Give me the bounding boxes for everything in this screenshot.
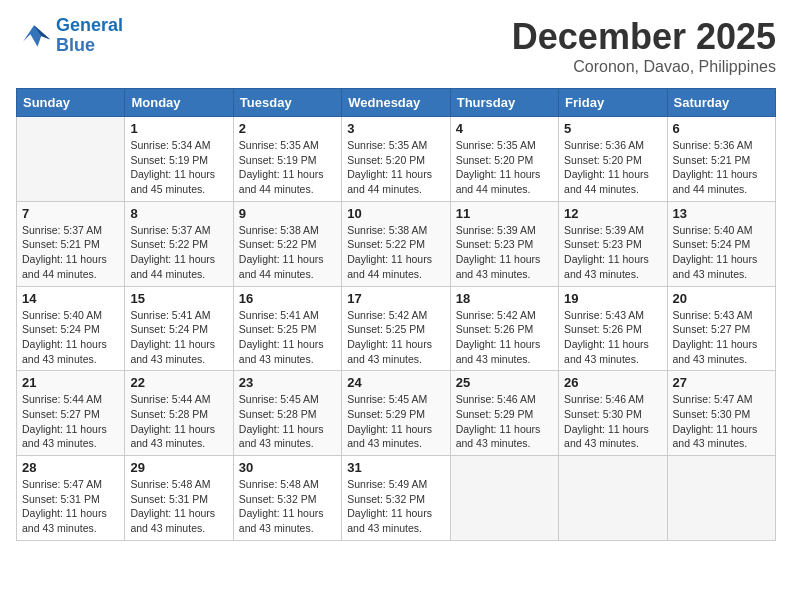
day-number: 21 bbox=[22, 375, 119, 390]
calendar-cell: 21Sunrise: 5:44 AM Sunset: 5:27 PM Dayli… bbox=[17, 371, 125, 456]
header: General Blue December 2025 Coronon, Dava… bbox=[16, 16, 776, 76]
calendar-cell: 29Sunrise: 5:48 AM Sunset: 5:31 PM Dayli… bbox=[125, 456, 233, 541]
day-info: Sunrise: 5:43 AM Sunset: 5:27 PM Dayligh… bbox=[673, 308, 770, 367]
calendar-cell: 11Sunrise: 5:39 AM Sunset: 5:23 PM Dayli… bbox=[450, 201, 558, 286]
location-subtitle: Coronon, Davao, Philippines bbox=[512, 58, 776, 76]
header-thursday: Thursday bbox=[450, 89, 558, 117]
day-info: Sunrise: 5:48 AM Sunset: 5:31 PM Dayligh… bbox=[130, 477, 227, 536]
day-info: Sunrise: 5:37 AM Sunset: 5:21 PM Dayligh… bbox=[22, 223, 119, 282]
day-number: 2 bbox=[239, 121, 336, 136]
logo-line2: Blue bbox=[56, 35, 95, 55]
calendar-cell: 27Sunrise: 5:47 AM Sunset: 5:30 PM Dayli… bbox=[667, 371, 775, 456]
header-wednesday: Wednesday bbox=[342, 89, 450, 117]
calendar-cell: 18Sunrise: 5:42 AM Sunset: 5:26 PM Dayli… bbox=[450, 286, 558, 371]
header-friday: Friday bbox=[559, 89, 667, 117]
calendar-cell: 31Sunrise: 5:49 AM Sunset: 5:32 PM Dayli… bbox=[342, 456, 450, 541]
day-info: Sunrise: 5:49 AM Sunset: 5:32 PM Dayligh… bbox=[347, 477, 444, 536]
calendar-cell: 16Sunrise: 5:41 AM Sunset: 5:25 PM Dayli… bbox=[233, 286, 341, 371]
day-info: Sunrise: 5:40 AM Sunset: 5:24 PM Dayligh… bbox=[22, 308, 119, 367]
calendar-cell: 26Sunrise: 5:46 AM Sunset: 5:30 PM Dayli… bbox=[559, 371, 667, 456]
day-number: 11 bbox=[456, 206, 553, 221]
calendar-cell: 4Sunrise: 5:35 AM Sunset: 5:20 PM Daylig… bbox=[450, 117, 558, 202]
calendar-cell bbox=[559, 456, 667, 541]
day-number: 31 bbox=[347, 460, 444, 475]
calendar-cell: 3Sunrise: 5:35 AM Sunset: 5:20 PM Daylig… bbox=[342, 117, 450, 202]
day-info: Sunrise: 5:35 AM Sunset: 5:20 PM Dayligh… bbox=[347, 138, 444, 197]
day-info: Sunrise: 5:46 AM Sunset: 5:29 PM Dayligh… bbox=[456, 392, 553, 451]
day-info: Sunrise: 5:39 AM Sunset: 5:23 PM Dayligh… bbox=[456, 223, 553, 282]
title-area: December 2025 Coronon, Davao, Philippine… bbox=[512, 16, 776, 76]
calendar-cell: 8Sunrise: 5:37 AM Sunset: 5:22 PM Daylig… bbox=[125, 201, 233, 286]
calendar-cell: 7Sunrise: 5:37 AM Sunset: 5:21 PM Daylig… bbox=[17, 201, 125, 286]
calendar-cell: 20Sunrise: 5:43 AM Sunset: 5:27 PM Dayli… bbox=[667, 286, 775, 371]
calendar-cell: 6Sunrise: 5:36 AM Sunset: 5:21 PM Daylig… bbox=[667, 117, 775, 202]
calendar-cell: 24Sunrise: 5:45 AM Sunset: 5:29 PM Dayli… bbox=[342, 371, 450, 456]
day-number: 13 bbox=[673, 206, 770, 221]
calendar-table: Sunday Monday Tuesday Wednesday Thursday… bbox=[16, 88, 776, 541]
day-number: 20 bbox=[673, 291, 770, 306]
day-info: Sunrise: 5:36 AM Sunset: 5:20 PM Dayligh… bbox=[564, 138, 661, 197]
day-info: Sunrise: 5:37 AM Sunset: 5:22 PM Dayligh… bbox=[130, 223, 227, 282]
day-info: Sunrise: 5:42 AM Sunset: 5:25 PM Dayligh… bbox=[347, 308, 444, 367]
calendar-cell: 25Sunrise: 5:46 AM Sunset: 5:29 PM Dayli… bbox=[450, 371, 558, 456]
calendar-cell: 10Sunrise: 5:38 AM Sunset: 5:22 PM Dayli… bbox=[342, 201, 450, 286]
day-number: 10 bbox=[347, 206, 444, 221]
calendar-cell: 30Sunrise: 5:48 AM Sunset: 5:32 PM Dayli… bbox=[233, 456, 341, 541]
day-number: 16 bbox=[239, 291, 336, 306]
calendar-cell: 22Sunrise: 5:44 AM Sunset: 5:28 PM Dayli… bbox=[125, 371, 233, 456]
day-info: Sunrise: 5:35 AM Sunset: 5:19 PM Dayligh… bbox=[239, 138, 336, 197]
day-number: 29 bbox=[130, 460, 227, 475]
day-number: 28 bbox=[22, 460, 119, 475]
header-tuesday: Tuesday bbox=[233, 89, 341, 117]
header-sunday: Sunday bbox=[17, 89, 125, 117]
day-info: Sunrise: 5:38 AM Sunset: 5:22 PM Dayligh… bbox=[347, 223, 444, 282]
calendar-cell bbox=[450, 456, 558, 541]
day-number: 14 bbox=[22, 291, 119, 306]
day-number: 6 bbox=[673, 121, 770, 136]
calendar-cell: 9Sunrise: 5:38 AM Sunset: 5:22 PM Daylig… bbox=[233, 201, 341, 286]
calendar-cell: 23Sunrise: 5:45 AM Sunset: 5:28 PM Dayli… bbox=[233, 371, 341, 456]
calendar-cell: 1Sunrise: 5:34 AM Sunset: 5:19 PM Daylig… bbox=[125, 117, 233, 202]
day-number: 1 bbox=[130, 121, 227, 136]
day-info: Sunrise: 5:41 AM Sunset: 5:24 PM Dayligh… bbox=[130, 308, 227, 367]
day-info: Sunrise: 5:45 AM Sunset: 5:28 PM Dayligh… bbox=[239, 392, 336, 451]
calendar-header-row: Sunday Monday Tuesday Wednesday Thursday… bbox=[17, 89, 776, 117]
day-number: 5 bbox=[564, 121, 661, 136]
calendar-week-2: 7Sunrise: 5:37 AM Sunset: 5:21 PM Daylig… bbox=[17, 201, 776, 286]
day-number: 15 bbox=[130, 291, 227, 306]
day-number: 30 bbox=[239, 460, 336, 475]
calendar-cell bbox=[17, 117, 125, 202]
day-info: Sunrise: 5:39 AM Sunset: 5:23 PM Dayligh… bbox=[564, 223, 661, 282]
logo-icon bbox=[16, 21, 52, 51]
calendar-week-3: 14Sunrise: 5:40 AM Sunset: 5:24 PM Dayli… bbox=[17, 286, 776, 371]
header-saturday: Saturday bbox=[667, 89, 775, 117]
calendar-cell: 17Sunrise: 5:42 AM Sunset: 5:25 PM Dayli… bbox=[342, 286, 450, 371]
day-info: Sunrise: 5:45 AM Sunset: 5:29 PM Dayligh… bbox=[347, 392, 444, 451]
calendar-cell bbox=[667, 456, 775, 541]
day-info: Sunrise: 5:48 AM Sunset: 5:32 PM Dayligh… bbox=[239, 477, 336, 536]
day-info: Sunrise: 5:35 AM Sunset: 5:20 PM Dayligh… bbox=[456, 138, 553, 197]
calendar-cell: 12Sunrise: 5:39 AM Sunset: 5:23 PM Dayli… bbox=[559, 201, 667, 286]
day-info: Sunrise: 5:44 AM Sunset: 5:27 PM Dayligh… bbox=[22, 392, 119, 451]
day-number: 18 bbox=[456, 291, 553, 306]
logo: General Blue bbox=[16, 16, 123, 56]
calendar-cell: 2Sunrise: 5:35 AM Sunset: 5:19 PM Daylig… bbox=[233, 117, 341, 202]
day-number: 7 bbox=[22, 206, 119, 221]
calendar-cell: 15Sunrise: 5:41 AM Sunset: 5:24 PM Dayli… bbox=[125, 286, 233, 371]
day-info: Sunrise: 5:34 AM Sunset: 5:19 PM Dayligh… bbox=[130, 138, 227, 197]
day-number: 3 bbox=[347, 121, 444, 136]
calendar-cell: 14Sunrise: 5:40 AM Sunset: 5:24 PM Dayli… bbox=[17, 286, 125, 371]
day-info: Sunrise: 5:47 AM Sunset: 5:30 PM Dayligh… bbox=[673, 392, 770, 451]
day-number: 19 bbox=[564, 291, 661, 306]
day-info: Sunrise: 5:41 AM Sunset: 5:25 PM Dayligh… bbox=[239, 308, 336, 367]
day-number: 12 bbox=[564, 206, 661, 221]
month-title: December 2025 bbox=[512, 16, 776, 58]
day-number: 24 bbox=[347, 375, 444, 390]
day-number: 23 bbox=[239, 375, 336, 390]
calendar-cell: 13Sunrise: 5:40 AM Sunset: 5:24 PM Dayli… bbox=[667, 201, 775, 286]
calendar-week-1: 1Sunrise: 5:34 AM Sunset: 5:19 PM Daylig… bbox=[17, 117, 776, 202]
day-info: Sunrise: 5:47 AM Sunset: 5:31 PM Dayligh… bbox=[22, 477, 119, 536]
day-info: Sunrise: 5:42 AM Sunset: 5:26 PM Dayligh… bbox=[456, 308, 553, 367]
day-info: Sunrise: 5:36 AM Sunset: 5:21 PM Dayligh… bbox=[673, 138, 770, 197]
day-number: 27 bbox=[673, 375, 770, 390]
